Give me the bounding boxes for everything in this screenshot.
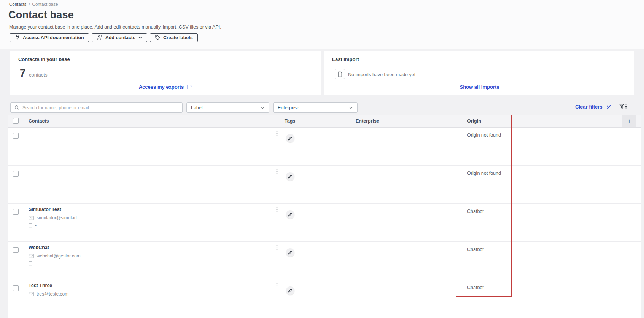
- contact-phone-row: -: [29, 223, 81, 228]
- edit-tags-button[interactable]: [286, 248, 294, 257]
- contact-name: Test Three: [29, 283, 68, 289]
- contacts-count-number: 7: [20, 67, 25, 79]
- no-imports-message: No imports have been made yet: [348, 72, 415, 77]
- row-checkbox[interactable]: [13, 171, 19, 177]
- add-column-button[interactable]: +: [622, 115, 636, 127]
- origin-value: Origin not found: [467, 133, 501, 138]
- table-row: WebChat webchat@gestor.com - Chatbot: [8, 242, 641, 280]
- kebab-icon: [276, 169, 278, 174]
- page-description: Manage your contact base in one place. A…: [9, 24, 221, 30]
- row-checkbox[interactable]: [13, 209, 19, 215]
- contact-phone-row: -: [29, 261, 81, 266]
- table-body: Origin not found Origin not found Simula…: [8, 128, 641, 318]
- row-menu-button[interactable]: [274, 245, 280, 252]
- table-header: Contacts Tags Enterprise Origin +: [8, 115, 641, 128]
- mobile-phone-icon: [29, 223, 32, 228]
- pencil-icon: [288, 212, 293, 217]
- enterprise-filter-value: Enterprise: [278, 105, 299, 110]
- contact-email-row: webchat@gestor.com: [29, 253, 81, 259]
- access-my-exports-label: Access my exports: [139, 84, 184, 90]
- contact-cell: WebChat webchat@gestor.com -: [29, 245, 81, 266]
- column-header-enterprise: Enterprise: [356, 118, 379, 124]
- contact-cell: Simulator Test simulador@simulad... -: [29, 207, 81, 228]
- row-menu-button[interactable]: [274, 283, 280, 290]
- row-menu-button[interactable]: [274, 131, 280, 137]
- origin-value: Chatbot: [467, 247, 484, 252]
- search-icon: [14, 105, 19, 110]
- clear-filters-link[interactable]: Clear filters: [575, 104, 612, 110]
- page-title: Contact base: [8, 9, 74, 21]
- tag-icon: [155, 35, 161, 40]
- add-contacts-button[interactable]: Add contacts: [92, 33, 147, 42]
- contacts-in-base-card: Contacts in your base 7 contacts Access …: [10, 51, 321, 95]
- contact-email: simulador@simulad...: [37, 215, 81, 221]
- enterprise-filter-dropdown[interactable]: Enterprise: [273, 102, 358, 113]
- contact-email-row: simulador@simulad...: [29, 215, 81, 221]
- edit-tags-button[interactable]: [286, 134, 294, 142]
- row-menu-button[interactable]: [274, 207, 280, 214]
- contact-email-row: tres@teste.com: [29, 291, 68, 297]
- access-api-documentation-label: Access API documentation: [23, 35, 84, 40]
- kebab-icon: [276, 283, 278, 289]
- kebab-icon: [276, 245, 278, 251]
- show-all-imports-link[interactable]: Show all imports: [324, 84, 634, 90]
- contacts-table: Contacts Tags Enterprise Origin + Origin…: [8, 115, 641, 318]
- kebab-icon: [276, 207, 278, 213]
- contact-name: Simulator Test: [29, 207, 81, 213]
- contact-phone: -: [35, 261, 37, 266]
- contact-email: tres@teste.com: [37, 291, 68, 297]
- table-row: Simulator Test simulador@simulad... - Ch…: [8, 204, 641, 242]
- last-import-card: Last import No imports have been made ye…: [324, 51, 634, 95]
- filter-settings-button[interactable]: [619, 103, 627, 111]
- pencil-icon: [288, 174, 293, 179]
- last-import-title: Last import: [332, 56, 359, 62]
- funnel-lines-icon: [619, 103, 627, 110]
- chevron-down-icon: [349, 106, 353, 109]
- mobile-phone-icon: [29, 261, 32, 266]
- import-file-icon-box: [335, 69, 345, 79]
- create-labels-button[interactable]: Create labels: [150, 33, 198, 42]
- contact-search: [10, 102, 183, 113]
- clear-filter-icon: [606, 104, 612, 110]
- export-icon: [186, 84, 192, 90]
- contact-phone: -: [35, 223, 37, 228]
- access-my-exports-link[interactable]: Access my exports: [10, 84, 321, 90]
- breadcrumb-contact-base: Contact base: [32, 2, 58, 6]
- table-row: Origin not found: [8, 166, 641, 204]
- clear-filters-label: Clear filters: [575, 104, 603, 110]
- select-all-checkbox[interactable]: [13, 118, 19, 124]
- pencil-icon: [288, 250, 293, 255]
- edit-tags-button[interactable]: [286, 286, 294, 295]
- add-contacts-label: Add contacts: [105, 35, 135, 40]
- row-menu-button[interactable]: [274, 169, 280, 176]
- origin-value: Chatbot: [467, 209, 484, 214]
- row-checkbox[interactable]: [13, 285, 19, 291]
- table-row: Origin not found: [8, 128, 641, 166]
- kebab-icon: [276, 131, 278, 136]
- contact-email: webchat@gestor.com: [37, 253, 81, 259]
- page-header: Contacts / Contact base Contact base Man…: [0, 0, 644, 49]
- contacts-count: 7 contacts: [20, 67, 47, 79]
- row-checkbox[interactable]: [13, 247, 19, 253]
- row-checkbox[interactable]: [13, 133, 19, 139]
- create-labels-label: Create labels: [163, 35, 193, 40]
- pencil-icon: [288, 288, 293, 293]
- table-row: Test Three tres@teste.com Chatbot: [8, 280, 641, 318]
- label-filter-dropdown[interactable]: Label: [186, 102, 269, 113]
- column-header-tags: Tags: [285, 118, 295, 124]
- contact-cell: Test Three tres@teste.com: [29, 283, 68, 297]
- edit-tags-button[interactable]: [286, 210, 294, 219]
- person-plus-icon: [97, 35, 103, 40]
- breadcrumb-contacts[interactable]: Contacts: [9, 2, 26, 6]
- search-input[interactable]: [22, 105, 178, 110]
- access-api-documentation-button[interactable]: Access API documentation: [10, 33, 89, 42]
- breadcrumb: Contacts / Contact base: [9, 2, 58, 6]
- envelope-icon: [29, 292, 34, 296]
- edit-tags-button[interactable]: [286, 172, 294, 181]
- plug-icon: [14, 35, 20, 40]
- toolbar: Access API documentation Add contacts Cr…: [10, 33, 198, 42]
- chevron-down-icon: [138, 36, 142, 39]
- chevron-down-icon: [261, 106, 265, 109]
- column-header-origin: Origin: [467, 118, 481, 124]
- envelope-icon: [29, 254, 34, 258]
